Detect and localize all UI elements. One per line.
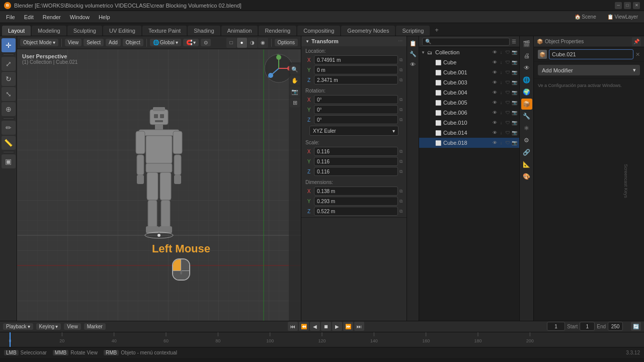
rotation-z-input[interactable]: 0° xyxy=(314,115,398,124)
material-shade-btn[interactable]: ◑ xyxy=(248,38,258,48)
hand-pan-button[interactable]: ✋ xyxy=(290,75,300,85)
outliner-item-cube018[interactable]: ⬜ Cube.018 👁 ↓ 🛡 📷 xyxy=(419,138,519,148)
outliner-search-input[interactable]: 🔍 xyxy=(422,38,510,46)
current-frame-input[interactable]: 1 xyxy=(547,322,565,331)
props-object-tab[interactable]: 📦 xyxy=(521,99,532,110)
outliner-item-cube014[interactable]: ⬜ Cube.014 👁 ↓ 🛡 📷 xyxy=(419,128,519,138)
menu-render[interactable]: Render xyxy=(39,13,65,21)
menu-window[interactable]: Window xyxy=(66,13,94,21)
location-z-input[interactable]: 2.3471 m xyxy=(314,75,398,84)
rendered-shade-btn[interactable]: ◉ xyxy=(258,38,268,48)
sidebar-measure-tool[interactable]: 📏 xyxy=(2,136,16,150)
sidebar-transform-tool[interactable]: ⊕ xyxy=(2,102,16,116)
tab-animation[interactable]: Animation xyxy=(221,26,258,36)
object-name-input[interactable]: Cube.021 xyxy=(549,49,633,59)
play-backward-button[interactable]: ◀ xyxy=(310,322,320,331)
sync-button[interactable]: 🔄 xyxy=(631,322,641,331)
start-frame-input[interactable]: 1 xyxy=(580,322,595,331)
rotation-y-copy[interactable]: ⧉ xyxy=(399,107,403,113)
jump-start-button[interactable]: ⏮ xyxy=(288,322,298,331)
location-x-input[interactable]: 0.74991 m xyxy=(314,55,398,64)
props-output-tab[interactable]: 🖨 xyxy=(521,50,532,61)
workspace-viewlayer[interactable]: 📋 ViewLayer xyxy=(603,13,642,21)
view-tab[interactable]: 👁 xyxy=(408,59,418,69)
transform-section-header[interactable]: ▼ Transform ⋯ xyxy=(301,36,407,46)
location-y-input[interactable]: 0 m xyxy=(314,65,398,74)
object-close-button[interactable]: ✕ xyxy=(635,51,640,58)
tab-layout[interactable]: Layout xyxy=(2,26,31,36)
location-x-copy[interactable]: ⧉ xyxy=(399,57,403,63)
outliner-item-cube003[interactable]: ⬜ Cube.003 👁 ↓ 🛡 📷 xyxy=(419,77,519,87)
next-keyframe-button[interactable]: ⏩ xyxy=(343,322,353,331)
tab-modeling[interactable]: Modeling xyxy=(32,26,66,36)
props-modifier-tab[interactable]: 🔧 xyxy=(521,111,532,122)
sidebar-move-tool[interactable]: ⤢ xyxy=(2,57,16,71)
scale-z-input[interactable]: 0.116 xyxy=(314,167,398,176)
add-workspace-button[interactable]: + xyxy=(431,24,443,36)
sidebar-add-cube-tool[interactable]: ▣ xyxy=(2,154,16,168)
dim-y-input[interactable]: 0.293 m xyxy=(314,197,398,206)
location-y-copy[interactable]: ⧉ xyxy=(399,67,403,73)
outliner-item-cube006[interactable]: ⬜ Cube.006 👁 ↓ 🛡 📷 xyxy=(419,108,519,118)
menu-edit[interactable]: Edit xyxy=(20,13,38,21)
props-render-tab[interactable]: 🎬 xyxy=(521,38,532,49)
props-constraints-tab[interactable]: 🔗 xyxy=(521,147,532,158)
tab-sculpting[interactable]: Sculpting xyxy=(67,26,102,36)
outliner-item-cube001[interactable]: ⬜ Cube.001 👁 ↓ 🛡 📷 xyxy=(419,67,519,77)
grid-button[interactable]: ⊞ xyxy=(290,98,300,108)
camera-button[interactable]: 📷 xyxy=(290,86,300,97)
outliner-item-cube010[interactable]: ⬜ Cube.010 👁 ↓ 🛡 📷 xyxy=(419,118,519,128)
rotation-x-copy[interactable]: ⧉ xyxy=(399,97,403,103)
wireframe-shade-btn[interactable]: □ xyxy=(226,38,236,48)
close-button[interactable]: ✕ xyxy=(633,2,640,9)
rotation-x-input[interactable]: 0° xyxy=(314,95,398,104)
viewport[interactable]: Object Mode ▾ View Select Add Object 🌐 G… xyxy=(17,36,301,321)
outliner-item-collection[interactable]: ▼ 🗂 Collection 👁 ↓ 🛡 📷 xyxy=(419,47,519,57)
prev-keyframe-button[interactable]: ⏪ xyxy=(299,322,309,331)
tab-compositing[interactable]: Compositing xyxy=(297,26,340,36)
props-world-tab[interactable]: 🌍 xyxy=(521,86,532,98)
scale-y-input[interactable]: 0.116 xyxy=(314,157,398,166)
play-button[interactable]: ▶ xyxy=(332,322,342,331)
tab-geometry-nodes[interactable]: Geometry Nodes xyxy=(341,26,395,36)
outliner-filter-button[interactable]: ☰ xyxy=(512,39,516,44)
add-menu[interactable]: Add xyxy=(106,39,121,46)
tab-shading[interactable]: Shading xyxy=(188,26,220,36)
scale-x-input[interactable]: 0.116 xyxy=(314,147,398,156)
sidebar-annotate-tool[interactable]: ✏ xyxy=(2,121,16,135)
end-frame-input[interactable]: 250 xyxy=(608,322,623,331)
props-physics-tab[interactable]: ⚙ xyxy=(521,135,532,146)
maximize-button[interactable]: □ xyxy=(624,2,631,9)
props-particles-tab[interactable]: ⚛ xyxy=(521,123,532,134)
stop-button[interactable]: ⏹ xyxy=(321,322,331,331)
props-view-tab[interactable]: 👁 xyxy=(521,62,532,73)
tab-scripting[interactable]: Scripting xyxy=(396,26,430,36)
object-mode-selector[interactable]: Object Mode ▾ xyxy=(20,39,58,46)
timeline-marker-menu[interactable]: Marker xyxy=(84,323,106,330)
add-modifier-button[interactable]: Add Modifier ▾ xyxy=(538,65,640,75)
proportional-edit-button[interactable]: ⊙ xyxy=(201,39,211,46)
workspace-scene[interactable]: 🏠 Scene xyxy=(571,13,600,21)
tool-tab[interactable]: 🔧 xyxy=(408,49,418,59)
orientation-selector[interactable]: 🌐 Global ▾ xyxy=(150,39,181,46)
timeline-playback-menu[interactable]: Playback ▾ xyxy=(3,323,33,330)
window-controls[interactable]: ─ □ ✕ xyxy=(615,2,640,9)
props-scene-tab[interactable]: 🌐 xyxy=(521,74,532,85)
dim-y-copy[interactable]: ⧉ xyxy=(399,199,403,204)
timeline-ruler[interactable]: 020406080100120140160180200220240 xyxy=(0,332,644,347)
menu-help[interactable]: Help xyxy=(95,13,114,21)
options-button[interactable]: Options xyxy=(275,39,298,46)
rotation-z-copy[interactable]: ⧉ xyxy=(399,117,403,123)
object-menu[interactable]: Object xyxy=(123,39,143,46)
sidebar-rotate-tool[interactable]: ↻ xyxy=(2,72,16,86)
timeline-keying-menu[interactable]: Keying ▾ xyxy=(36,323,61,330)
dim-z-input[interactable]: 0.522 m xyxy=(314,207,398,216)
props-material-tab[interactable]: 🎨 xyxy=(521,171,532,182)
tab-texture-paint[interactable]: Texture Paint xyxy=(142,26,187,36)
outliner-item-cube004[interactable]: ⬜ Cube.004 👁 ↓ 🛡 📷 xyxy=(419,87,519,98)
dim-z-copy[interactable]: ⧉ xyxy=(399,209,403,214)
dim-x-copy[interactable]: ⧉ xyxy=(399,189,403,194)
snap-button[interactable]: 🧲 ▾ xyxy=(183,39,199,46)
tab-rendering[interactable]: Rendering xyxy=(259,26,296,36)
euler-mode-selector[interactable]: XYZ Euler ▾ xyxy=(309,126,398,136)
